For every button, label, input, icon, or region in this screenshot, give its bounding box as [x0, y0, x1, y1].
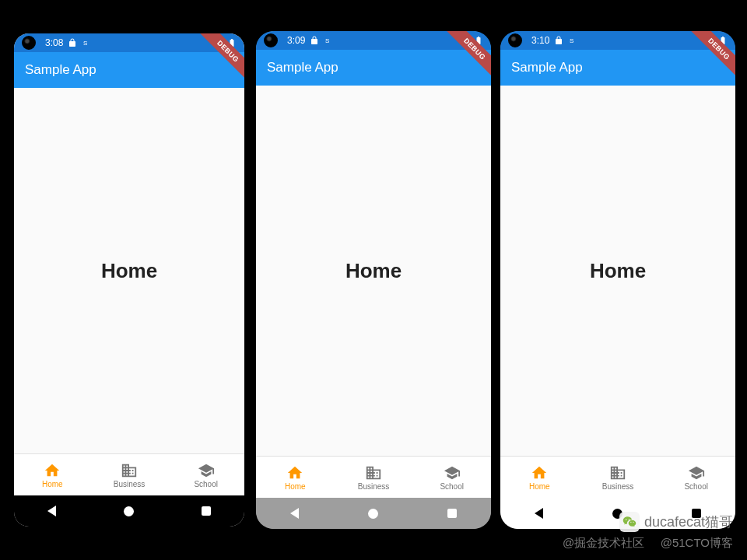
watermark-text-2b: @51CTO博客: [661, 536, 733, 551]
app-bar-title: Sample App: [267, 60, 338, 75]
app-bar-title: Sample App: [25, 62, 96, 78]
lock-icon: [554, 36, 563, 45]
nav-item-school[interactable]: School: [412, 457, 491, 498]
lock-icon: [310, 36, 319, 45]
bottom-nav: Home Business School: [256, 456, 491, 498]
status-time: 3:08: [45, 37, 63, 48]
app-bar-title: Sample App: [511, 60, 583, 75]
school-icon: [688, 464, 705, 481]
nav-item-home[interactable]: Home: [14, 454, 91, 495]
lock-icon: [68, 38, 77, 47]
nav-item-home[interactable]: Home: [500, 457, 579, 498]
nav-label-home: Home: [285, 482, 306, 491]
s-icon: [568, 36, 577, 45]
phone-frame: DEBUG 3:08 Sample AppHome Home Business …: [12, 31, 247, 529]
school-icon: [444, 464, 461, 481]
nav-item-school[interactable]: School: [657, 457, 735, 498]
nav-label-business: Business: [358, 482, 390, 491]
nav-item-school[interactable]: School: [167, 454, 244, 495]
app-bar: Sample App: [14, 52, 244, 88]
nav-item-business[interactable]: Business: [335, 457, 413, 498]
body-area: Home: [500, 86, 735, 456]
home-icon: [531, 464, 548, 481]
camera-cutout: [508, 33, 522, 47]
sys-home-button[interactable]: [368, 509, 378, 519]
s-icon: [82, 38, 91, 47]
school-icon: [198, 462, 215, 479]
home-icon: [44, 462, 61, 479]
watermark-text-2a: @掘金技术社区: [563, 536, 644, 551]
camera-cutout: [22, 36, 36, 50]
body-area: Home: [256, 86, 491, 456]
system-nav-bar: [14, 495, 244, 527]
watermark-line-1: ducafecat猫哥: [619, 512, 733, 532]
body-area: Home: [14, 88, 244, 453]
s-icon: [324, 36, 333, 45]
nav-label-business: Business: [114, 480, 146, 488]
phone-frame: DEBUG 3:10 Sample AppHome Home Business …: [500, 31, 735, 529]
nav-item-home[interactable]: Home: [256, 457, 335, 498]
status-time: 3:10: [531, 35, 549, 46]
sys-back-button[interactable]: [535, 508, 543, 519]
watermark-line-2: @掘金技术社区 @51CTO博客: [563, 536, 733, 551]
nav-label-business: Business: [602, 482, 634, 491]
nav-item-business[interactable]: Business: [91, 454, 168, 495]
nav-label-school: School: [684, 482, 708, 491]
home-icon: [286, 464, 303, 481]
app-bar: Sample App: [256, 50, 491, 86]
sys-back-button[interactable]: [47, 506, 56, 516]
watermark-text-1: ducafecat猫哥: [644, 513, 733, 531]
bottom-nav: Home Business School: [500, 456, 735, 498]
nav-item-business[interactable]: Business: [579, 457, 658, 498]
camera-cutout: [264, 33, 278, 47]
sys-back-button[interactable]: [290, 508, 299, 519]
body-text: Home: [101, 259, 157, 283]
business-icon: [121, 462, 138, 479]
nav-label-home: Home: [42, 480, 63, 488]
sys-home-button[interactable]: [124, 506, 134, 516]
status-time: 3:09: [287, 35, 305, 46]
app-bar: Sample App: [500, 50, 735, 86]
body-text: Home: [345, 259, 402, 283]
sys-recents-button[interactable]: [202, 506, 211, 516]
business-icon: [609, 464, 626, 481]
body-text: Home: [590, 259, 646, 283]
system-nav-bar: [256, 498, 491, 529]
nav-label-school: School: [194, 480, 218, 488]
wechat-icon: [619, 512, 640, 532]
phone-frame: DEBUG 3:09 Sample AppHome Home Business …: [256, 31, 491, 529]
nav-label-school: School: [440, 482, 464, 491]
bottom-nav: Home Business School: [14, 453, 244, 495]
sys-recents-button[interactable]: [447, 509, 457, 518]
business-icon: [365, 464, 382, 481]
nav-label-home: Home: [529, 482, 550, 491]
